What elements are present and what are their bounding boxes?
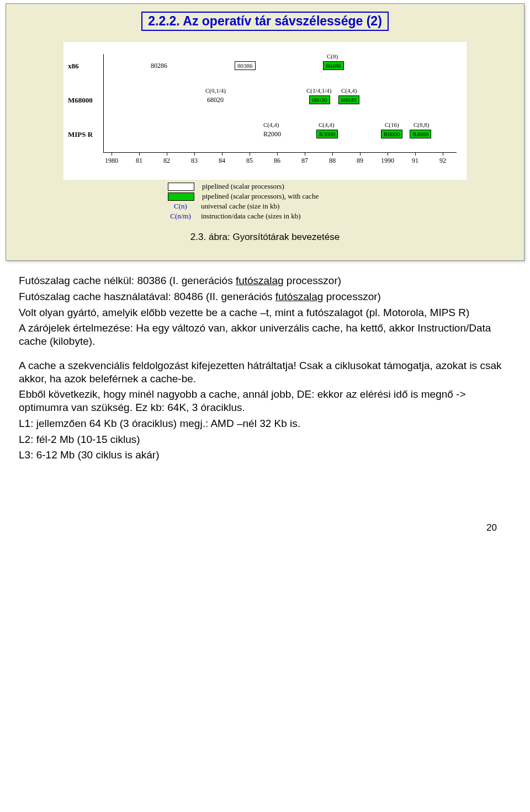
legend-swatch-plain xyxy=(168,183,194,191)
legend-cnm-desc: instruction/data cache (sizes in kb) xyxy=(201,212,301,221)
row-label-mips: MIPS R xyxy=(68,130,93,139)
row-label-x86: x86 xyxy=(68,62,79,71)
para-7: L1: jellemzően 64 Kb (3 óraciklus) megj.… xyxy=(19,417,511,430)
para-6: Ebből következik, hogy minél nagyobb a c… xyxy=(19,388,511,414)
proc-80486: 80486 xyxy=(323,61,344,70)
proc-80286: 80286 xyxy=(151,62,167,70)
tick-81: 81 xyxy=(136,157,142,165)
cache-c014: C(0,1/4) xyxy=(205,87,226,94)
y-axis xyxy=(103,54,104,152)
x-axis xyxy=(103,152,457,153)
legend-cnm: C(n/m) xyxy=(168,212,193,221)
timeline-chart: x86 M68000 MIPS R 80286 80386 C(8) 80486… xyxy=(63,42,467,180)
tick-88: 88 xyxy=(329,157,336,165)
cache-c88: C(8,8) xyxy=(414,121,429,128)
tick-82: 82 xyxy=(163,157,170,165)
proc-80386: 80386 xyxy=(235,61,256,70)
cache-c44-r3000: C(4,4) xyxy=(319,121,334,128)
body-text: Futószalag cache nélkül: 80386 (I. gener… xyxy=(19,274,511,462)
tick-1990: 1990 xyxy=(381,157,394,165)
tick-92: 92 xyxy=(439,157,446,165)
tick-85: 85 xyxy=(246,157,253,165)
link-futoszalag-1: futószalag xyxy=(236,275,284,286)
legend-swatch-green xyxy=(168,193,194,201)
tick-83: 83 xyxy=(191,157,198,165)
tick-84: 84 xyxy=(219,157,225,165)
proc-r3000: R3000 xyxy=(316,130,338,138)
figure-caption: 2.3. ábra: Gyorsítótárak bevezetése xyxy=(16,232,514,243)
para-5: A cache a szekvenciális feldolgozást kif… xyxy=(19,359,511,386)
proc-68030: 68030 xyxy=(309,95,330,104)
legend-cn-desc: universal cache (size in kb) xyxy=(201,202,279,211)
legend-pipelined: pipelined (scalar processors) xyxy=(202,182,284,191)
tick-1980: 1980 xyxy=(105,157,118,165)
cache-c44-r2000: C(4,4) xyxy=(263,121,279,128)
para-4: A zárójelek értelmezése: Ha egy változó … xyxy=(19,322,511,348)
page-number: 20 xyxy=(0,522,497,533)
link-futoszalag-2: futószalag xyxy=(275,291,324,302)
para-8: L2: fél-2 Mb (10-15 ciklus) xyxy=(19,433,511,446)
slide-frame: 2.2.2. Az operatív tár sávszélessége (2)… xyxy=(6,3,524,261)
cache-c8: C(8) xyxy=(327,53,338,60)
para-1: Futószalag cache nélkül: 80386 (I. gener… xyxy=(19,274,511,287)
slide-title: 2.2.2. Az operatív tár sávszélessége (2) xyxy=(141,12,389,31)
para-3: Volt olyan gyártó, amelyik előbb vezette… xyxy=(19,306,511,319)
proc-r6000: R6000 xyxy=(381,130,402,138)
proc-r4000: R4000 xyxy=(410,130,431,138)
row-label-m68: M68000 xyxy=(68,96,93,105)
tick-87: 87 xyxy=(301,157,308,165)
proc-68020: 68020 xyxy=(207,96,224,104)
tick-86: 86 xyxy=(274,157,280,165)
para-9: L3: 6-12 Mb (30 ciklus is akár) xyxy=(19,448,511,462)
cache-c1414: C(1/4,1/4) xyxy=(306,87,332,94)
slide-title-wrap: 2.2.2. Az operatív tár sávszélessége (2) xyxy=(16,12,514,31)
cache-c16: C(16) xyxy=(385,121,399,128)
legend: pipelined (scalar processors) pipelined … xyxy=(121,182,409,221)
para-2: Futószalag cache használatával: 80486 (I… xyxy=(19,290,511,303)
legend-cn: C(n) xyxy=(168,202,193,211)
tick-91: 91 xyxy=(412,157,418,165)
tick-89: 89 xyxy=(357,157,363,165)
proc-r2000: R2000 xyxy=(263,130,281,138)
legend-pipelined-cache: pipelined (scalar processors), with cach… xyxy=(202,192,319,201)
proc-68040: 68040 xyxy=(338,95,359,104)
cache-c44-68040: C(4,4) xyxy=(341,87,357,94)
